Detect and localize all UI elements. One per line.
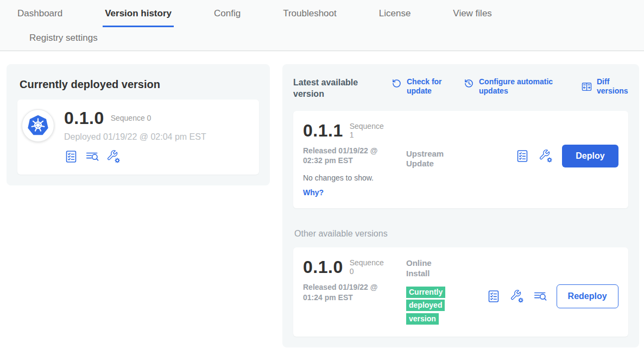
online-install-label: Online Install	[406, 258, 450, 279]
check-for-update-label: Check for update	[407, 77, 448, 96]
latest-source-column: Upstream Update	[406, 122, 477, 170]
deployed-version-number: 0.1.0	[64, 109, 104, 127]
latest-available-title: Latest available version	[293, 77, 376, 100]
tab-dashboard[interactable]: Dashboard	[15, 8, 65, 27]
why-link[interactable]: Why?	[303, 188, 324, 197]
latest-released-timestamp: Released 01/19/22 @ 02:32 pm EST	[303, 146, 396, 165]
diff-versions-label: Diff versions	[597, 77, 628, 96]
latest-available-header: Latest available version Check for updat…	[293, 77, 628, 100]
tab-version-history[interactable]: Version history	[103, 8, 174, 27]
checklist-icon[interactable]	[487, 289, 501, 303]
lines-magnifier-icon[interactable]	[533, 289, 547, 303]
kubernetes-logo	[22, 109, 54, 142]
top-navigation: Dashboard Version history Config Trouble…	[0, 0, 644, 51]
refresh-icon	[391, 78, 402, 89]
latest-sequence-label: Sequence 1	[350, 122, 386, 139]
tab-troubleshoot[interactable]: Troubleshoot	[281, 8, 339, 27]
nav-row-1: Dashboard Version history Config Trouble…	[15, 0, 644, 27]
latest-actions: Deploy	[515, 122, 618, 167]
wrench-gear-icon[interactable]	[539, 149, 553, 163]
nav-row-2: Registry settings	[15, 27, 644, 51]
upstream-update-label: Upstream Update	[406, 149, 450, 170]
other-source-column: Online Install Currently deployed versio…	[406, 258, 477, 326]
no-changes-note: No changes to show.	[303, 173, 406, 182]
tab-registry-settings[interactable]: Registry settings	[27, 33, 100, 49]
redeploy-button[interactable]: Redeploy	[557, 284, 618, 308]
main-content: Currently deployed version	[0, 51, 644, 347]
other-version-info: 0.1.0 Sequence 0 Released 01/19/22 @ 01:…	[303, 258, 406, 302]
latest-version-number: 0.1.1	[303, 122, 343, 139]
deployed-timestamp: Deployed 01/19/22 @ 02:04 pm EST	[64, 132, 206, 142]
currently-deployed-badge-wrap: Currently deployed version	[406, 285, 445, 326]
currently-deployed-title: Currently deployed version	[20, 78, 259, 91]
diff-versions-link[interactable]: Diff versions	[581, 77, 628, 96]
latest-available-panel: Latest available version Check for updat…	[282, 64, 639, 347]
deployed-sequence-label: Sequence 0	[111, 114, 151, 122]
other-available-versions-title: Other available versions	[294, 229, 628, 239]
wrench-gear-icon[interactable]	[510, 289, 524, 303]
deployed-version-card: 0.1.0 Sequence 0 Deployed 01/19/22 @ 02:…	[17, 100, 259, 175]
deploy-button[interactable]: Deploy	[562, 145, 618, 167]
check-for-update-link[interactable]: Check for update	[391, 77, 448, 96]
deployed-icon-row	[64, 150, 206, 164]
checklist-icon[interactable]	[515, 149, 529, 163]
other-released-timestamp: Released 01/19/22 @ 01:24 pm EST	[303, 282, 396, 302]
other-version-card: 0.1.0 Sequence 0 Released 01/19/22 @ 01:…	[293, 247, 628, 337]
other-version-number: 0.1.0	[303, 258, 343, 276]
configure-automatic-updates-label: Configure automatic updates	[479, 77, 566, 96]
other-actions: Redeploy	[487, 258, 618, 308]
deployed-version-info: 0.1.0 Sequence 0 Deployed 01/19/22 @ 02:…	[64, 109, 206, 164]
checklist-icon[interactable]	[64, 150, 78, 164]
other-sequence-label: Sequence 0	[350, 258, 386, 276]
tab-view-files[interactable]: View files	[451, 8, 494, 27]
lines-magnifier-icon[interactable]	[85, 150, 99, 164]
latest-version-info: 0.1.1 Sequence 1 Released 01/19/22 @ 02:…	[303, 122, 406, 198]
currently-deployed-panel: Currently deployed version	[7, 64, 270, 185]
diff-icon	[581, 81, 592, 92]
latest-version-card: 0.1.1 Sequence 1 Released 01/19/22 @ 02:…	[293, 111, 628, 209]
tab-config[interactable]: Config	[212, 8, 243, 27]
currently-deployed-badge: Currently deployed version	[406, 287, 445, 325]
wrench-gear-icon[interactable]	[106, 150, 121, 164]
auto-update-clock-icon	[463, 78, 475, 89]
configure-automatic-updates-link[interactable]: Configure automatic updates	[463, 77, 566, 96]
tab-license[interactable]: License	[377, 8, 413, 27]
kubernetes-icon	[27, 114, 49, 137]
